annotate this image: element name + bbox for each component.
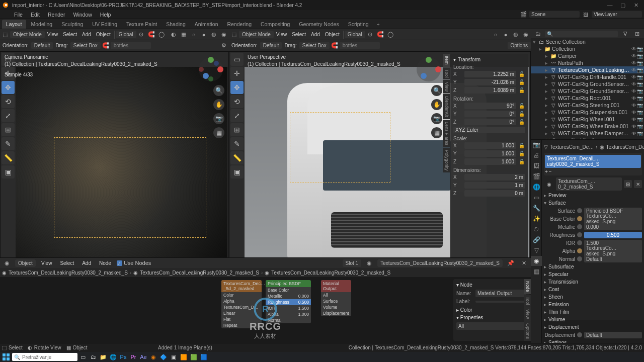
pan-icon[interactable]: ✋ xyxy=(431,99,442,110)
new-collection-icon[interactable]: ⊞ xyxy=(632,29,642,39)
tool-select-box[interactable]: ▭ xyxy=(230,53,244,66)
ntab-node[interactable]: Node xyxy=(524,279,531,294)
tab-object[interactable]: ▭ xyxy=(531,193,542,203)
panel-specular[interactable]: ▸Specular xyxy=(544,270,642,278)
mode-dropdown[interactable]: Object Mode xyxy=(239,31,274,38)
outliner-row[interactable]: ▸▽WGT-CarRig.WheelBrake.001👁📷 xyxy=(531,123,644,130)
tab-scripting[interactable]: Scripting xyxy=(344,20,373,29)
unlink-icon[interactable]: ✕ xyxy=(519,258,529,268)
loc-z[interactable]: 1.6089 m xyxy=(464,87,516,94)
panel-transmission[interactable]: ▸Transmission xyxy=(544,278,642,286)
zoom-icon[interactable]: 🔍 xyxy=(213,85,224,96)
tab-constraint[interactable]: 🔗 xyxy=(531,235,542,245)
tab-data[interactable]: ▽ xyxy=(531,245,542,255)
tool-move[interactable]: ✥ xyxy=(230,81,244,94)
dim-y[interactable]: 1 m xyxy=(464,182,525,189)
tb-app-6[interactable]: ▣ xyxy=(169,352,178,361)
tab-lensflares[interactable]: Lens Flares xyxy=(443,120,450,147)
perspective-icon[interactable]: ▦ xyxy=(431,127,442,138)
shading-wire-icon[interactable]: ○ xyxy=(189,30,199,40)
shading-solid-icon[interactable]: ● xyxy=(199,30,209,40)
xray-icon[interactable]: ▦ xyxy=(179,30,189,40)
transform-header[interactable]: ▾Transform xyxy=(453,57,525,62)
viewlayer-dropdown[interactable]: ViewLayer xyxy=(592,11,642,18)
tab-sculpting[interactable]: Sculpting xyxy=(57,20,87,29)
scl-z[interactable]: 1.000 xyxy=(464,158,516,165)
zoom-icon[interactable]: 🔍 xyxy=(431,85,442,96)
ntab-options[interactable]: Options xyxy=(524,321,531,341)
panel-displacement[interactable]: ▸Displacement xyxy=(544,323,642,331)
search-input[interactable]: bottles xyxy=(111,42,151,49)
panel-surface[interactable]: ▾Surface xyxy=(544,199,642,207)
material-datablock[interactable]: TexturesCom_…0_2_masked_S xyxy=(556,177,622,191)
node-label-field[interactable] xyxy=(475,301,526,303)
editor-type-icon[interactable]: ⬚ xyxy=(0,30,10,40)
scene-dropdown[interactable]: Scene xyxy=(529,11,580,18)
start-button[interactable] xyxy=(1,352,11,362)
tab-world[interactable]: 🌐 xyxy=(531,182,542,192)
panel-emission[interactable]: ▸Emission xyxy=(544,301,642,308)
navigate-gizmo[interactable] xyxy=(197,56,224,83)
menu-add[interactable]: Add xyxy=(79,31,94,38)
rot-y[interactable]: 0° xyxy=(464,111,516,117)
panel-preview[interactable]: ▸Preview xyxy=(544,192,642,199)
dim-z[interactable]: 0 m xyxy=(464,190,525,197)
panel-sheen[interactable]: ▸Sheen xyxy=(544,293,642,301)
tab-item[interactable]: Item xyxy=(443,54,450,67)
tb-app-2[interactable]: 📁 xyxy=(99,352,108,361)
menu-select[interactable]: Select xyxy=(289,31,308,38)
slot-dropdown[interactable]: Slot 1 xyxy=(343,259,362,267)
tab-layout[interactable]: Layout xyxy=(2,20,26,29)
tab-modeling[interactable]: Modeling xyxy=(27,20,57,29)
taskview-icon[interactable]: ▭ xyxy=(78,352,88,361)
shading-render-icon[interactable]: ◉ xyxy=(219,30,229,40)
tab-animation[interactable]: Animation xyxy=(191,20,222,29)
scl-y[interactable]: 1.000 xyxy=(464,150,516,157)
outliner-search[interactable]: 🔍 xyxy=(545,31,618,37)
menu-help[interactable]: Help xyxy=(97,11,114,18)
pivot-icon[interactable]: ⊙ xyxy=(136,30,146,40)
tool-measure[interactable]: 📏 xyxy=(230,151,244,164)
tb-app-chrome[interactable]: 🌐 xyxy=(109,352,118,361)
shader-type-dropdown[interactable]: Object xyxy=(15,259,36,267)
nodes-canvas[interactable]: TexturesCom_Dec…_5d_2_masked Color Alpha… xyxy=(0,277,531,343)
navigate-gizmo[interactable] xyxy=(415,56,442,83)
outliner-row[interactable]: ▸▽TexturesCom_DecalLeakingRusty003👁📷 xyxy=(531,66,644,73)
tab-scene[interactable]: 🎬 xyxy=(531,171,542,182)
material-dropdown[interactable]: TexturesCom_DecalLeakingRusty0030_2_mask… xyxy=(377,259,503,267)
rot-z[interactable]: 0° xyxy=(464,119,516,125)
scl-x[interactable]: 1.000 xyxy=(464,142,516,149)
tool-move[interactable]: ✥ xyxy=(2,81,15,94)
orientation-sub-dropdown[interactable]: Default xyxy=(31,42,53,49)
use-nodes-checkbox[interactable]: ✓Use Nodes xyxy=(117,260,151,266)
editor-type-icon[interactable]: ◉ xyxy=(2,258,12,268)
dim-x[interactable]: 2 m xyxy=(464,174,525,180)
menu-view[interactable]: View xyxy=(45,31,61,38)
filter-icon[interactable]: ∇ xyxy=(620,29,630,39)
pan-icon[interactable]: ✋ xyxy=(213,99,224,110)
tb-app-pr[interactable]: Pr xyxy=(129,352,138,361)
editor-type-icon[interactable]: ⬚ xyxy=(229,30,239,40)
close-button[interactable]: ✕ xyxy=(630,1,642,10)
tool-addcube[interactable]: ▣ xyxy=(230,165,244,178)
remove-slot-button[interactable]: − xyxy=(549,169,552,174)
shading-matprev-icon[interactable]: ◍ xyxy=(511,30,521,40)
v3d-right-viewport[interactable]: ▭ ✛ ✥ ⟲ ⤢ ⊞ ✎ 📏 ▣ User Perspective (1) C… xyxy=(229,51,531,280)
tb-app-blender[interactable]: ◉ xyxy=(149,352,158,361)
tab-blenderkit[interactable]: BlenderKit xyxy=(443,94,450,119)
tab-compositing[interactable]: Compositing xyxy=(257,20,294,29)
tab-uv[interactable]: UV Editing xyxy=(88,20,121,29)
outliner-row[interactable]: ▸▽WGT-CarRig.Steering.001👁📷 xyxy=(531,102,644,109)
taskbar-search[interactable]: 🔍Pretraživanje xyxy=(12,353,77,361)
tb-app-5[interactable]: 🔷 xyxy=(159,352,168,361)
tab-geonodes[interactable]: Geometry Nodes xyxy=(295,20,343,29)
orientation-sub-dropdown[interactable]: Default xyxy=(260,42,282,49)
overlay-toggle-icon[interactable]: ◐ xyxy=(169,30,179,40)
tab-polygonity[interactable]: Polygonity xyxy=(443,148,450,173)
snap-icon[interactable]: 🧲 xyxy=(146,30,156,40)
orientation-dropdown[interactable]: Global xyxy=(345,31,365,38)
minimize-button[interactable]: — xyxy=(604,1,616,10)
options-dropdown[interactable]: Options xyxy=(508,42,531,49)
magnet-sub-icon[interactable]: 🧲 xyxy=(101,41,111,51)
tool-transform[interactable]: ⊞ xyxy=(230,123,244,136)
